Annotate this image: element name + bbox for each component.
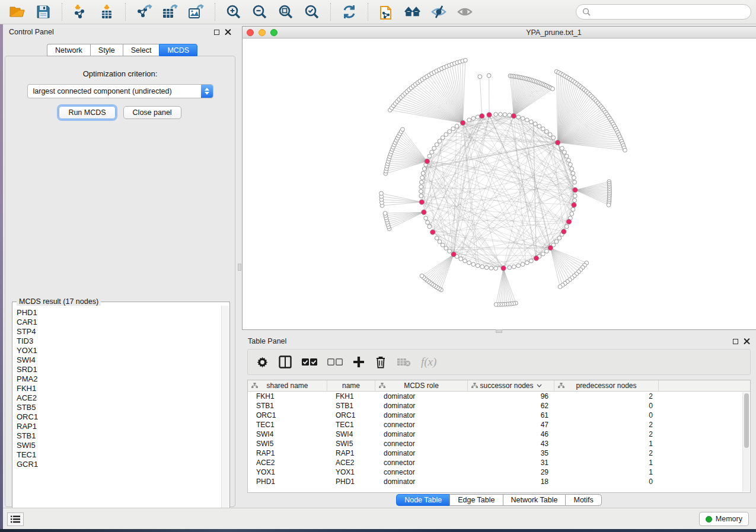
cell-succ[interactable]: 47 <box>468 420 554 430</box>
float-panel-icon[interactable] <box>214 30 219 35</box>
cell-pred[interactable]: 2 <box>554 420 659 430</box>
column-header-shared-name[interactable]: shared name <box>248 380 327 392</box>
table-row[interactable]: SWI5SWI5connector431 <box>248 439 750 448</box>
mcds-result-item[interactable]: STP4 <box>17 327 221 336</box>
export-image-icon[interactable] <box>185 2 208 21</box>
cell-name[interactable]: PHD1 <box>327 477 375 486</box>
cell-role[interactable]: dominator <box>375 477 468 486</box>
cell-shared[interactable]: ACE2 <box>248 458 327 467</box>
task-history-button[interactable] <box>7 512 24 526</box>
cell-succ[interactable]: 96 <box>468 392 554 401</box>
column-layout-icon[interactable] <box>279 355 292 368</box>
cell-pred[interactable]: 2 <box>554 448 659 458</box>
refresh-icon[interactable] <box>338 2 361 21</box>
mcds-result-item[interactable]: SRD1 <box>17 365 221 374</box>
import-network-icon[interactable] <box>69 2 92 21</box>
cell-name[interactable]: RAP1 <box>327 448 375 458</box>
mcds-hub-node[interactable] <box>451 252 456 257</box>
close-table-panel-icon[interactable] <box>744 338 750 345</box>
mcds-hub-node[interactable] <box>562 229 566 234</box>
cell-name[interactable]: ACE2 <box>327 458 375 467</box>
cybrowser-icon[interactable] <box>401 2 424 21</box>
mcds-hub-node[interactable] <box>422 210 426 214</box>
mcds-hub-node[interactable] <box>430 230 435 235</box>
table-scrollbar-thumb[interactable] <box>744 393 749 448</box>
mcds-result-item[interactable]: SWI4 <box>17 355 221 365</box>
zoom-selected-icon[interactable] <box>301 2 323 21</box>
mcds-result-item[interactable]: PHD1 <box>17 308 221 318</box>
cell-pred[interactable]: 1 <box>554 439 659 448</box>
float-table-panel-icon[interactable] <box>733 339 738 344</box>
cell-succ[interactable]: 46 <box>468 430 554 439</box>
table-row[interactable]: TEC1TEC1connector472 <box>248 420 750 430</box>
run-mcds-button[interactable]: Run MCDS <box>59 106 115 119</box>
memory-button[interactable]: Memory <box>699 512 749 526</box>
mcds-result-item[interactable]: SWI5 <box>17 441 221 450</box>
mcds-hub-node[interactable] <box>419 200 424 204</box>
search-box[interactable] <box>576 4 751 20</box>
cell-role[interactable]: dominator <box>375 392 468 401</box>
cell-shared[interactable]: ORC1 <box>248 411 327 420</box>
minimize-window-icon[interactable] <box>259 29 266 36</box>
table-settings-gear-icon[interactable] <box>256 356 269 368</box>
cell-succ[interactable]: 31 <box>468 458 554 467</box>
cell-shared[interactable]: FKH1 <box>248 392 327 401</box>
search-input[interactable] <box>594 8 745 16</box>
table-scrollbar[interactable] <box>742 392 749 492</box>
mcds-result-item[interactable]: ORC1 <box>17 412 221 422</box>
cell-role[interactable]: dominator <box>375 401 468 411</box>
close-panel-icon[interactable] <box>225 29 231 36</box>
hide-selected-eye-icon[interactable] <box>428 2 450 21</box>
table-row[interactable]: FKH1FKH1dominator962 <box>248 392 750 401</box>
column-header-MCDS-role[interactable]: MCDS role <box>375 380 468 392</box>
cell-role[interactable]: dominator <box>375 448 468 458</box>
cell-role[interactable]: connector <box>375 467 468 477</box>
cell-succ[interactable]: 35 <box>468 448 554 458</box>
tab-network[interactable]: Network <box>47 44 90 56</box>
cell-name[interactable]: TEC1 <box>327 420 375 430</box>
mcds-hub-node[interactable] <box>511 114 516 118</box>
node-table[interactable]: shared namenameMCDS rolesuccessor nodesp… <box>247 380 751 493</box>
delete-column-icon[interactable] <box>375 355 387 368</box>
mcds-hub-node[interactable] <box>460 120 465 125</box>
cell-succ[interactable]: 18 <box>468 477 554 486</box>
horizontal-splitter-grabber[interactable] <box>496 329 502 333</box>
table-row[interactable]: RAP1RAP1dominator352 <box>248 448 750 458</box>
tab-mcds[interactable]: MCDS <box>159 44 197 56</box>
cell-name[interactable]: SWI4 <box>327 430 375 439</box>
close-window-icon[interactable] <box>247 29 254 36</box>
tab-node-table[interactable]: Node Table <box>396 494 449 506</box>
table-row[interactable]: SWI4SWI4dominator462 <box>248 430 750 439</box>
network-window-titlebar[interactable]: YPA_prune.txt_1 <box>243 27 756 39</box>
cell-succ[interactable]: 29 <box>468 467 554 477</box>
mcds-hub-node[interactable] <box>566 219 571 224</box>
cell-role[interactable]: dominator <box>375 411 468 420</box>
cell-shared[interactable]: PHD1 <box>248 477 327 486</box>
network-from-selection-icon[interactable] <box>375 2 398 21</box>
tab-motifs[interactable]: Motifs <box>565 494 601 506</box>
zoom-out-icon[interactable] <box>248 2 271 21</box>
zoom-fit-icon[interactable] <box>275 2 297 21</box>
select-all-columns-icon[interactable] <box>302 358 317 366</box>
tab-style[interactable]: Style <box>90 44 123 56</box>
mcds-hub-node[interactable] <box>425 159 429 164</box>
close-panel-button[interactable]: Close panel <box>123 106 181 119</box>
cell-pred[interactable]: 2 <box>554 392 659 401</box>
mcds-hub-node[interactable] <box>487 113 492 117</box>
export-network-icon[interactable] <box>133 2 155 21</box>
save-icon[interactable] <box>32 2 55 21</box>
mcds-hub-node[interactable] <box>480 114 484 118</box>
add-column-icon[interactable] <box>353 356 365 368</box>
mcds-result-item[interactable]: PMA2 <box>17 374 221 384</box>
mcds-result-item[interactable]: TID3 <box>17 336 221 346</box>
cell-role[interactable]: connector <box>375 420 468 430</box>
mcds-result-item[interactable]: STB5 <box>17 403 221 412</box>
splitter-grabber[interactable] <box>238 264 241 271</box>
cell-pred[interactable]: 0 <box>554 401 659 411</box>
cell-pred[interactable]: 0 <box>554 477 659 486</box>
tab-network-table[interactable]: Network Table <box>503 494 566 506</box>
mcds-hub-node[interactable] <box>555 140 560 145</box>
mcds-result-item[interactable]: FKH1 <box>17 384 221 393</box>
cell-pred[interactable]: 1 <box>554 458 659 467</box>
export-table-icon[interactable] <box>159 2 181 21</box>
